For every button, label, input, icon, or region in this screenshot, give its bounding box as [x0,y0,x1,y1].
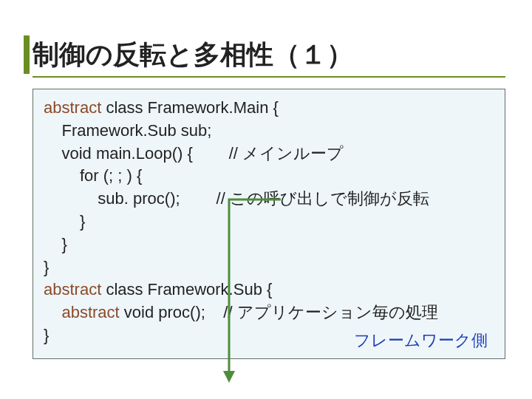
code-line: abstract class Framework.Main { [44,97,494,120]
code-text: sub. proc(); [44,189,216,208]
keyword: abstract [44,303,120,321]
framework-side-label: フレームワーク側 [354,330,488,352]
code-line: } [44,211,494,233]
code-line: abstract void proc(); // アプリケーション毎の処理 [44,301,494,324]
code-text: class Framework.Main { [101,98,279,117]
code-line: abstract class Framework.Sub { [44,279,494,301]
code-block: abstract class Framework.Main { Framewor… [33,89,505,359]
keyword: abstract [44,98,101,117]
code-line: } [44,256,494,279]
code-comment: // この呼び出しで制御が反転 [216,189,429,208]
accent-bar [24,35,30,74]
code-comment: // メインループ [229,144,344,163]
code-text: void main.Loop() { [44,144,229,163]
svg-marker-0 [223,371,235,383]
code-line: sub. proc(); // この呼び出しで制御が反転 [44,188,494,211]
slide-title: 制御の反転と多相性（１） [33,37,505,78]
code-line: for (; ; ) { [44,165,494,188]
code-comment: // アプリケーション毎の処理 [223,303,437,321]
code-line: } [44,233,494,256]
code-line: void main.Loop() { // メインループ [44,143,494,166]
code-text: void proc(); [120,303,224,321]
code-line: Framework.Sub sub; [44,120,494,143]
code-text: class Framework.Sub { [101,280,272,299]
keyword: abstract [44,280,101,299]
